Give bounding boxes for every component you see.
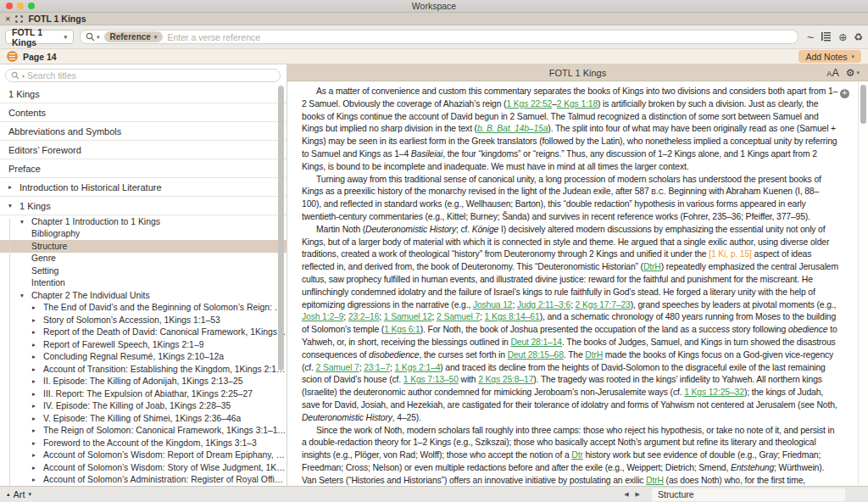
toc-item[interactable]: ▸The End of David’s and the Beginning of… (0, 302, 287, 315)
toc-item[interactable]: ▸The Reign of Solomon: Canonical Framewo… (0, 425, 287, 438)
scripture-link[interactable]: 23:1–7 (364, 363, 390, 372)
toc-item[interactable]: ▸Introduction to Historical Literature (0, 178, 287, 197)
toc-item[interactable]: ▸Report of Farewell Speech, 1Kings 2:1–9 (0, 338, 287, 351)
scripture-link[interactable]: 2 Kgs 1:18 (557, 99, 598, 109)
toc-item[interactable]: Setting (0, 265, 287, 277)
scripture-link[interactable]: DtrH (643, 262, 661, 271)
toc-item[interactable]: ▾1 Kings (0, 197, 287, 215)
scripture-link[interactable]: 2 Kgs 17:7–23 (576, 300, 631, 310)
scripture-link[interactable]: 23:2–16 (348, 312, 380, 321)
scripture-link[interactable]: 1 Samuel 12 (384, 312, 432, 321)
text-segment: with (459, 375, 478, 384)
tree-expanded-icon[interactable]: ▾ (20, 292, 31, 299)
scripture-link[interactable]: Deut 28:15–68 (508, 350, 564, 360)
text-segment: ). For Noth, the book of Joshua presente… (420, 325, 788, 334)
tree-collapsed-icon[interactable]: ▸ (32, 451, 43, 459)
page-list-icon[interactable] (7, 51, 18, 62)
toc-item[interactable]: ▸Report of the Death of David: Canonical… (0, 326, 287, 339)
tree-collapsed-icon[interactable]: ▸ (32, 353, 43, 360)
expand-tab-icon[interactable] (15, 15, 23, 23)
verse-search-field[interactable]: ▾ Reference ▾ Enter a verse reference (80, 30, 798, 44)
tree-collapsed-icon[interactable]: ▸ (32, 390, 43, 398)
scripture-link[interactable]: Deut 28:1–14 (510, 337, 562, 347)
art-module-selector[interactable]: ▴ Art ▾ (7, 489, 31, 499)
tree-collapsed-icon[interactable]: ▸ (32, 377, 43, 385)
next-section-button[interactable]: ▶ (636, 491, 640, 498)
scripture-link[interactable]: b. B. Bat. 14b–15a (477, 124, 548, 133)
toc-item[interactable]: ▸III. Report: The Expulsion of Abiathar,… (0, 388, 287, 400)
tree-expanded-icon[interactable]: ▾ (20, 218, 31, 226)
tree-expanded-icon[interactable]: ▾ (8, 202, 19, 209)
toc-item[interactable]: Genre (0, 253, 287, 265)
close-tab-icon[interactable]: × (5, 14, 10, 23)
toc-item[interactable]: 1 Kings (0, 85, 287, 103)
tree-collapsed-icon[interactable]: ▸ (32, 328, 43, 336)
toc-item-label: II. Episode: The Killing of Adonijah, 1K… (43, 376, 243, 386)
add-bookmark-icon[interactable]: + (840, 89, 849, 98)
recycle-icon[interactable]: ♻ (854, 32, 863, 42)
add-notes-button[interactable]: Add Notes ▾ (798, 50, 861, 63)
toc-item[interactable]: ▸II. Episode: The Killing of Adonijah, 1… (0, 376, 287, 388)
current-section-indicator[interactable]: Structure (652, 488, 845, 501)
scripture-link[interactable]: 1 Kgs 8:14–61 (485, 312, 540, 321)
scripture-link[interactable]: 1 Kgs 22:52 (506, 99, 552, 109)
tree-collapsed-icon[interactable]: ▸ (32, 316, 43, 324)
toc-item[interactable]: ▸Account of Solomon’s Wisdom: Report of … (0, 449, 287, 462)
search-titles-input[interactable]: ▾ Search titles (5, 69, 281, 82)
scripture-link[interactable]: DtrH (585, 350, 603, 360)
toc-item[interactable]: Intention (0, 277, 287, 290)
add-parallel-icon[interactable]: ⊕ (838, 32, 847, 42)
tree-collapsed-icon[interactable]: ▸ (32, 365, 43, 373)
toc-item[interactable]: Bibliography (0, 228, 287, 241)
module-selector-button[interactable]: FOTL 1 Kings ▾ (5, 30, 74, 44)
scripture-link[interactable]: Dtr (571, 450, 582, 460)
tree-collapsed-icon[interactable]: ▸ (32, 464, 43, 471)
toc-item[interactable]: ▸Account of Transition: Establishing the… (0, 363, 287, 376)
tree-collapsed-icon[interactable]: ▸ (8, 183, 19, 191)
font-size-button[interactable]: AA (826, 68, 838, 78)
tree-collapsed-icon[interactable]: ▸ (32, 415, 43, 422)
scripture-link[interactable]: 2 Samuel 7 (437, 312, 480, 321)
sidebar-scrollbar[interactable] (278, 86, 284, 371)
scripture-link[interactable]: 1 Kgs 12:25–32 (684, 388, 744, 397)
art-selector-label: Art (14, 489, 25, 499)
scripture-link[interactable]: 1 Kgs 7:13–50 (403, 375, 459, 384)
toc-item[interactable]: ▸Story of Solomon’s Accession, 1Kings 1:… (0, 314, 287, 326)
toc-item[interactable]: Contents (0, 103, 287, 122)
tab-title[interactable]: FOTL 1 Kings (28, 14, 86, 24)
toc-item[interactable]: ▾Chapter 2 The Individual Units (0, 289, 287, 302)
toc-item[interactable]: ▸Concluding Regnal Resumé, 1Kings 2:10–1… (0, 351, 287, 364)
tree-collapsed-icon[interactable]: ▸ (32, 427, 43, 434)
toc-item[interactable]: ▸Account of Solomon’s Wisdom: Story of W… (0, 461, 287, 474)
scripture-link[interactable]: Joshua 12 (473, 300, 513, 310)
toc-item[interactable]: ▸IV. Episode: The Killing of Joab, 1King… (0, 400, 287, 413)
pane-settings-button[interactable]: ⚙ ▾ (846, 67, 860, 79)
content-scrollbar-track[interactable] (858, 81, 868, 486)
toc-item[interactable]: Structure (0, 240, 287, 253)
content-scrollbar-thumb[interactable] (860, 85, 866, 124)
scripture-link[interactable]: 2 Samuel 7 (316, 363, 359, 372)
scripture-link[interactable]: 1 Kgs 6:1 (384, 325, 420, 334)
tree-collapsed-icon[interactable]: ▸ (32, 341, 43, 349)
toc-item[interactable]: ▾Chapter 1 Introduction to 1 Kings (0, 215, 287, 228)
toc-item[interactable]: Abbreviations and Symbols (0, 122, 287, 141)
tree-collapsed-icon[interactable]: ▸ (32, 476, 43, 483)
toc-item[interactable]: ▸Account of Solomon’s Administration: Re… (0, 474, 287, 487)
scripture-link[interactable]: 1 Kgs 2:1–4 (395, 363, 441, 372)
toc-item[interactable]: ▸V. Episode: The Killing of Shimei, 1Kin… (0, 412, 287, 425)
tree-collapsed-icon[interactable]: ▸ (32, 304, 43, 311)
toc-item[interactable]: Preface (0, 159, 287, 178)
previous-section-button[interactable]: ◀ (624, 491, 628, 498)
scripture-link[interactable]: Josh 1:2–9 (302, 312, 343, 321)
tree-collapsed-icon[interactable]: ▸ (32, 439, 43, 447)
toc-item[interactable]: Editors’ Foreword (0, 141, 287, 159)
scripture-link[interactable]: DtrH (646, 476, 664, 485)
display-settings-icon[interactable] (821, 31, 832, 43)
scripture-link[interactable]: Judg 2:11–3:6 (517, 300, 570, 310)
search-scope-pill[interactable]: Reference ▾ (104, 31, 164, 42)
scripture-link[interactable]: 2 Kgs 25:8–17 (478, 375, 533, 384)
search-options-button[interactable]: ▾ (86, 32, 100, 42)
fuzzy-search-icon[interactable]: ~ (807, 32, 814, 42)
tree-collapsed-icon[interactable]: ▸ (32, 402, 43, 410)
toc-item[interactable]: ▸Foreword to the Account of the Kingdom,… (0, 437, 287, 449)
